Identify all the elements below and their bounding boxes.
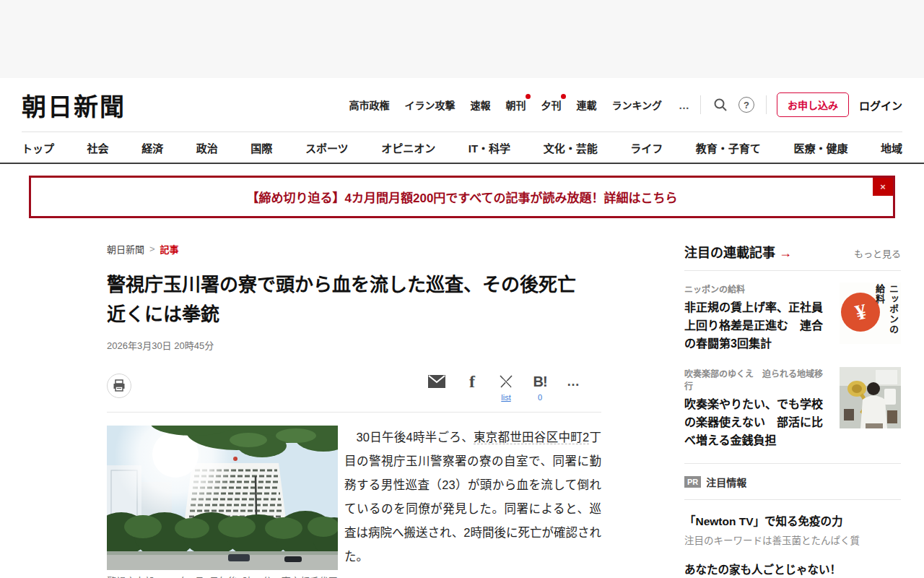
hnav-sokuho[interactable]: 速報 [470, 98, 490, 112]
banner-close-icon[interactable]: × [873, 178, 893, 196]
sidebar: 注目の連載記事 → もっと見る ニッポンの給料 非正規の賃上げ率、正社員上回り格… [684, 242, 901, 578]
x-list-link[interactable]: list [501, 393, 510, 402]
search-icon[interactable] [711, 95, 730, 114]
hatena-count[interactable]: 0 [538, 393, 542, 402]
article-photo[interactable] [107, 426, 338, 570]
sidebar-article-title: 吹奏楽やりたい、でも学校の楽器使えない 部活に比べ増える金銭負担 [684, 396, 827, 449]
breadcrumb-separator: > [149, 243, 155, 254]
new-badge-dot [526, 94, 531, 99]
site-header: 朝日新聞 高市政権 イラン攻撃 速報 朝刊 夕刊 連載 ランキング … ? お申… [0, 78, 924, 131]
header-nav: 高市政権 イラン攻撃 速報 朝刊 夕刊 連載 ランキング … [349, 98, 690, 112]
article-title: 警視庁玉川署の寮で頭から血を流した巡査、その後死亡 近くには拳銃 [107, 270, 601, 329]
divider [107, 412, 601, 413]
gnav-top[interactable]: トップ [22, 140, 54, 155]
hnav-yukan-label: 夕刊 [541, 100, 561, 111]
article-body: 警視庁本部=2025年7月4日午後1時49分、東京都千代田区 30日午後4時半ご… [107, 426, 601, 578]
sidebar-article-title: 非正規の賃上げ率、正社員上回り格差是正進む 連合の春闘第3回集計 [684, 299, 827, 353]
photo-caption: 警視庁本部=2025年7月4日午後1時49分、東京都千代田区 [107, 574, 338, 578]
promo-subtitle: 注目のキーワードは善玉菌とたんぱく質 [684, 532, 901, 547]
sidebar-header: 注目の連載記事 → もっと見る [684, 242, 901, 271]
more-icon: … [567, 374, 581, 389]
login-link[interactable]: ログイン [859, 98, 902, 113]
article-text: 30日午後4時半ごろ、東京都世田谷区中町2丁目の警視庁玉川警察署の寮の自室で、同… [344, 426, 601, 578]
hnav-takaichi[interactable]: 高市政権 [349, 98, 389, 112]
share-row: f list B! 0 … [107, 374, 601, 402]
x-icon [500, 374, 513, 389]
hnav-rensai[interactable]: 連載 [576, 98, 596, 112]
gnav-medical[interactable]: 医療・健康 [793, 140, 847, 155]
pr-section-header: PR 注目情報 [684, 464, 901, 500]
more-share-button[interactable]: … [567, 374, 581, 402]
gnav-society[interactable]: 社会 [87, 140, 109, 155]
facebook-share-button[interactable]: f [465, 374, 479, 402]
sidebar-article-text: ニッポンの給料 非正規の賃上げ率、正社員上回り格差是正進む 連合の春闘第3回集計 [684, 282, 827, 353]
global-nav: トップ 社会 経済 政治 国際 スポーツ オピニオン IT・科学 文化・芸能 ラ… [0, 131, 924, 164]
campaign-banner: 【締め切り迫る】4カ月間月額200円ですべての記事が読み放題！詳細はこちら × [29, 176, 895, 218]
sidebar-article-thumbnail [840, 367, 901, 428]
gnav-opinion[interactable]: オピニオン [381, 140, 435, 155]
gnav-sports[interactable]: スポーツ [305, 140, 349, 155]
promo-title: 「Newton TV」で知る免疫の力 [684, 512, 901, 528]
gnav-international[interactable]: 国際 [250, 140, 272, 155]
photo-block: 警視庁本部=2025年7月4日午後1時49分、東京都千代田区 [107, 426, 338, 578]
hnav-yukan[interactable]: 夕刊 [541, 98, 561, 112]
stamp-vertical-text: ニッポンの給料 [873, 284, 900, 342]
gnav-politics[interactable]: 政治 [196, 140, 218, 155]
content: 朝日新聞 > 記事 警視庁玉川署の寮で頭から血を流した巡査、その後死亡 近くには… [107, 242, 901, 578]
campaign-banner-link[interactable]: 【締め切り迫る】4カ月間月額200円ですべての記事が読み放題！詳細はこちら [247, 188, 678, 206]
email-icon [428, 374, 445, 389]
email-share-button[interactable] [428, 374, 445, 402]
sidebar-article-band[interactable]: 吹奏楽部のゆくえ 迫られる地域移行 吹奏楽やりたい、でも学校の楽器使えない 部活… [684, 363, 901, 460]
sidebar-article-thumbnail: ¥ ニッポンの給料 [840, 282, 901, 344]
sidebar-article-text: 吹奏楽部のゆくえ 迫られる地域移行 吹奏楽やりたい、でも学校の楽器使えない 部活… [684, 367, 827, 449]
sidebar-article-salary[interactable]: ニッポンの給料 非正規の賃上げ率、正社員上回り格差是正進む 連合の春闘第3回集計… [684, 271, 901, 363]
article-paragraph: 30日午後4時半ごろ、東京都世田谷区中町2丁目の警視庁玉川警察署の寮の自室で、同… [344, 426, 601, 569]
series-kicker: ニッポンの給料 [684, 282, 827, 295]
keyword-link[interactable]: 東京都世田谷区中町2 [474, 431, 589, 444]
promo-akiya[interactable]: あなたの家も人ごとじゃない！ 空き家対策、いっしょに考えませんか？ [684, 548, 901, 578]
breadcrumb: 朝日新聞 > 記事 [107, 242, 601, 256]
hatena-icon: B! [533, 374, 546, 389]
series-kicker: 吹奏楽部のゆくえ 迫られる地域移行 [684, 367, 827, 392]
breadcrumb-current[interactable]: 記事 [160, 242, 179, 256]
paragraph-text: 丁目の警視庁玉川警察署の寮の自室で、同署に勤務する男性巡査（23）が頭から血を流… [344, 431, 601, 563]
arrow-right-icon: → [779, 246, 792, 260]
asahi-logo[interactable]: 朝日新聞 [22, 87, 126, 123]
x-share-button[interactable]: list [499, 374, 513, 402]
featured-series-label: 注目の連載記事 [684, 246, 775, 260]
article-column: 朝日新聞 > 記事 警視庁玉川署の寮で頭から血を流した巡査、その後死亡 近くには… [107, 242, 601, 578]
yen-glyph: ¥ [853, 299, 868, 325]
breadcrumb-home[interactable]: 朝日新聞 [107, 242, 144, 256]
share-icons: f list B! 0 … [428, 374, 581, 402]
hatena-share-button[interactable]: B! 0 [533, 374, 547, 402]
gnav-it-science[interactable]: IT・科学 [468, 140, 510, 155]
see-more-link[interactable]: もっと見る [854, 246, 901, 260]
pr-badge: PR [684, 476, 701, 488]
help-icon[interactable]: ? [737, 95, 756, 114]
divider [700, 95, 701, 114]
more-menu-icon[interactable]: … [679, 99, 690, 111]
gnav-economy[interactable]: 経済 [141, 140, 163, 155]
gnav-education[interactable]: 教育・子育て [696, 140, 761, 155]
top-ad-placeholder [0, 0, 924, 78]
promo-title: あなたの家も人ごとじゃない！ [684, 561, 901, 577]
promo-newton-tv[interactable]: 「Newton TV」で知る免疫の力 注目のキーワードは善玉菌とたんぱく質 [684, 500, 901, 548]
gnav-region[interactable]: 地域 [881, 140, 902, 155]
hnav-chokan-label: 朝刊 [505, 100, 526, 111]
print-button[interactable] [107, 374, 131, 398]
header-right: 高市政権 イラン攻撃 速報 朝刊 夕刊 連載 ランキング … ? お申し込み ロ… [349, 92, 902, 117]
pr-label: 注目情報 [706, 475, 746, 489]
article-date: 2026年3月30日 20時45分 [107, 338, 601, 352]
hnav-ranking[interactable]: ランキング [611, 98, 662, 112]
hnav-iran[interactable]: イラン攻撃 [404, 98, 455, 112]
facebook-icon: f [469, 374, 475, 389]
signup-button[interactable]: お申し込み [777, 92, 849, 117]
featured-series-link[interactable]: 注目の連載記事 → [684, 242, 792, 261]
new-badge-dot [561, 94, 566, 99]
gnav-life[interactable]: ライフ [630, 140, 663, 155]
hnav-chokan[interactable]: 朝刊 [505, 98, 526, 112]
divider [766, 95, 767, 114]
help-glyph: ? [738, 97, 754, 113]
paragraph-text: 30日午後4時半ごろ、 [357, 431, 474, 444]
gnav-culture[interactable]: 文化・芸能 [544, 140, 598, 155]
